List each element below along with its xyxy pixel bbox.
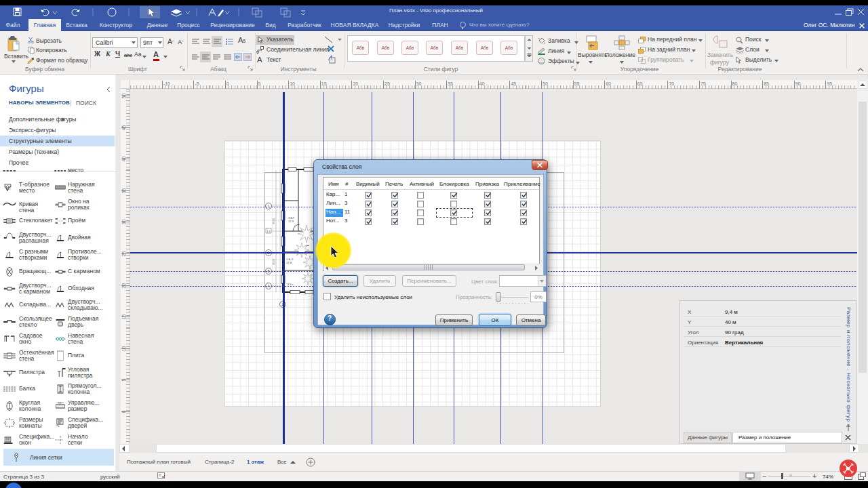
svg-text:3000: 3000 [272, 218, 275, 224]
svg-text:12.9: 12.9 [288, 220, 294, 223]
svg-text:1.5: 1.5 [267, 230, 271, 233]
svg-text:123: 123 [58, 402, 61, 405]
svg-text:3000: 3000 [272, 258, 275, 265]
svg-text:17.8: 17.8 [286, 261, 292, 264]
